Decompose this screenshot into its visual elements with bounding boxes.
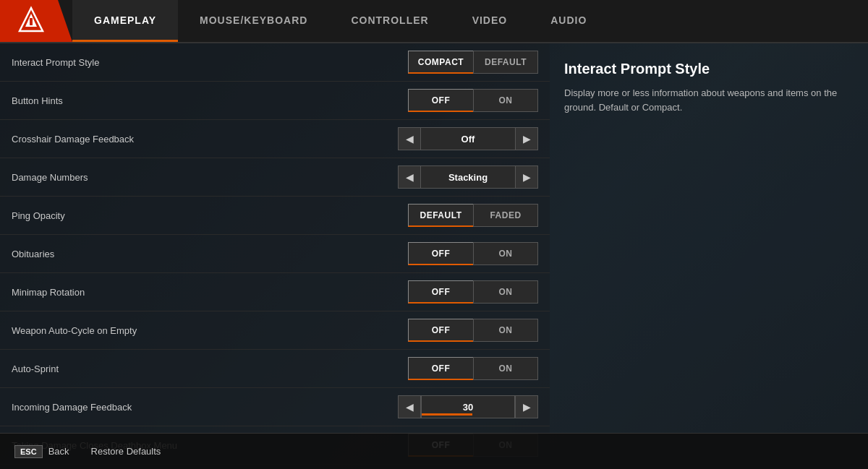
tab-gameplay[interactable]: GAMEPLAY	[72, 0, 178, 42]
setting-label: Button Hints	[12, 95, 408, 106]
crosshair-damage-left-btn[interactable]: ◀	[398, 127, 421, 150]
setting-label: Ping Opacity	[12, 210, 408, 221]
setting-control: ◀ 30 ▶	[398, 395, 538, 418]
interact-prompt-default-btn[interactable]: Default	[473, 51, 538, 74]
esc-key-badge: ESC	[14, 445, 43, 458]
setting-control: Off On	[408, 89, 538, 112]
setting-interact-prompt-style: Interact Prompt Style Compact Default	[0, 43, 550, 82]
setting-control: Off On	[408, 280, 538, 304]
tab-mouse-keyboard[interactable]: MOUSE/KEYBOARD	[178, 0, 329, 42]
setting-control: Off On	[408, 319, 538, 342]
tab-controller[interactable]: CONTROLLER	[329, 0, 450, 42]
apex-logo-icon	[15, 5, 47, 37]
auto-sprint-on-btn[interactable]: On	[473, 357, 538, 380]
auto-sprint-off-btn[interactable]: Off	[408, 357, 473, 380]
setting-weapon-auto-cycle: Weapon Auto-Cycle on Empty Off On	[0, 311, 550, 350]
svg-rect-2	[30, 18, 33, 25]
setting-minimap-rotation: Minimap Rotation Off On	[0, 273, 550, 311]
setting-label: Auto-Sprint	[12, 363, 408, 374]
setting-button-hints: Button Hints Off On	[0, 82, 550, 120]
tab-video[interactable]: VIDEO	[451, 0, 529, 42]
crosshair-damage-value: Off	[421, 127, 515, 150]
button-hints-on-btn[interactable]: On	[473, 89, 538, 112]
setting-label: Incoming Damage Feedback	[12, 402, 398, 413]
info-panel-title: Interact Prompt Style	[564, 61, 854, 77]
setting-label: Minimap Rotation	[12, 287, 408, 298]
footer: ESC Back Restore Defaults	[0, 433, 868, 469]
obituaries-on-btn[interactable]: On	[473, 242, 538, 265]
setting-obituaries: Obituaries Off On	[0, 235, 550, 273]
info-panel-description: Display more or less information about w…	[564, 86, 854, 114]
damage-numbers-value: Stacking	[421, 165, 515, 189]
ping-opacity-default-btn[interactable]: Default	[408, 204, 473, 227]
header: GAMEPLAY MOUSE/KEYBOARD CONTROLLER VIDEO…	[0, 0, 868, 43]
weapon-auto-cycle-on-btn[interactable]: On	[473, 319, 538, 342]
obituaries-off-btn[interactable]: Off	[408, 242, 473, 265]
setting-control: ◀ Off ▶	[398, 127, 538, 150]
back-button[interactable]: ESC Back	[14, 445, 69, 458]
slider-bar	[422, 413, 472, 416]
setting-damage-numbers: Damage Numbers ◀ Stacking ▶	[0, 158, 550, 197]
main-content: Interact Prompt Style Compact Default Bu…	[0, 43, 868, 469]
settings-panel: Interact Prompt Style Compact Default Bu…	[0, 43, 550, 469]
weapon-auto-cycle-off-btn[interactable]: Off	[408, 319, 473, 342]
setting-control: ◀ Stacking ▶	[398, 165, 538, 189]
minimap-rotation-on-btn[interactable]: On	[473, 280, 538, 304]
logo-area	[0, 0, 72, 42]
setting-ping-opacity: Ping Opacity Default Faded	[0, 197, 550, 235]
setting-incoming-damage: Incoming Damage Feedback ◀ 30 ▶	[0, 388, 550, 426]
setting-control: Default Faded	[408, 204, 538, 227]
setting-label: Interact Prompt Style	[12, 57, 408, 68]
setting-control: Off On	[408, 357, 538, 380]
setting-control: Off On	[408, 242, 538, 265]
setting-crosshair-damage: Crosshair Damage Feedback ◀ Off ▶	[0, 120, 550, 158]
incoming-damage-left-btn[interactable]: ◀	[398, 395, 421, 418]
setting-label: Crosshair Damage Feedback	[12, 134, 398, 145]
setting-label: Obituaries	[12, 249, 408, 259]
back-label: Back	[48, 446, 69, 457]
damage-numbers-left-btn[interactable]: ◀	[398, 165, 421, 189]
crosshair-damage-right-btn[interactable]: ▶	[515, 127, 538, 150]
incoming-damage-right-btn[interactable]: ▶	[515, 395, 538, 418]
minimap-rotation-off-btn[interactable]: Off	[408, 280, 473, 304]
ping-opacity-faded-btn[interactable]: Faded	[473, 204, 538, 227]
restore-defaults-button[interactable]: Restore Defaults	[91, 446, 161, 457]
damage-numbers-right-btn[interactable]: ▶	[515, 165, 538, 189]
setting-control: Compact Default	[408, 51, 538, 74]
interact-prompt-compact-btn[interactable]: Compact	[408, 51, 473, 74]
button-hints-off-btn[interactable]: Off	[408, 89, 473, 112]
setting-auto-sprint: Auto-Sprint Off On	[0, 350, 550, 388]
incoming-damage-value: 30	[421, 395, 515, 418]
tab-audio[interactable]: AUDIO	[529, 0, 608, 42]
nav-tabs: GAMEPLAY MOUSE/KEYBOARD CONTROLLER VIDEO…	[72, 0, 868, 42]
setting-label: Damage Numbers	[12, 172, 398, 183]
restore-defaults-label: Restore Defaults	[91, 446, 161, 457]
info-panel: Interact Prompt Style Display more or le…	[550, 43, 868, 469]
setting-label: Weapon Auto-Cycle on Empty	[12, 325, 408, 336]
